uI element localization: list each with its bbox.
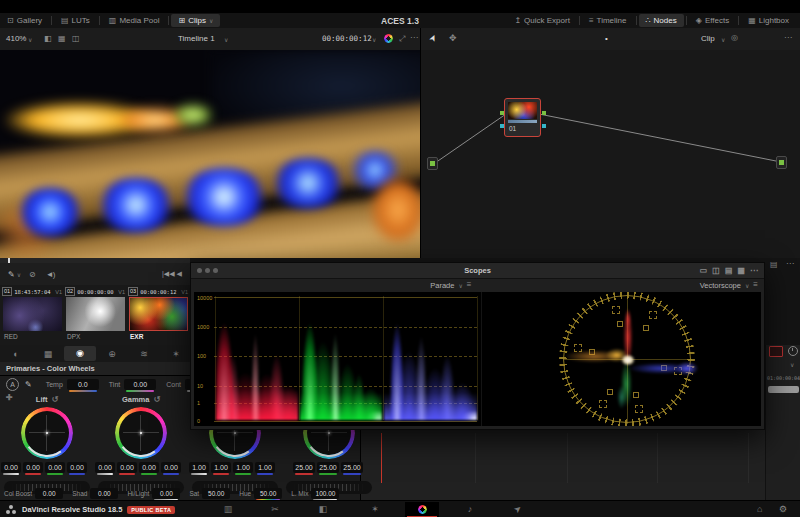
reset-icon[interactable]: ↺ — [51, 395, 58, 404]
node-graph[interactable]: 01 — [421, 50, 800, 258]
keyframes-options-icon[interactable]: ⋯ — [786, 260, 794, 268]
corrector-node-01[interactable]: 01 — [504, 98, 541, 137]
col-boost-value[interactable]: 0.00 — [35, 488, 63, 499]
timeline-panel-button[interactable]: ≡ Timeline — [582, 14, 634, 27]
viewer-timecode[interactable]: 00:00:00:12 — [322, 34, 372, 43]
split-view-icon[interactable]: ▦ — [58, 35, 66, 43]
edit-page-icon[interactable]: ◧ — [306, 502, 340, 517]
bypass-icon[interactable]: ⊘ — [29, 270, 36, 279]
project-manager-icon[interactable]: ⌂ — [757, 505, 762, 514]
gain-green-value[interactable]: 1.00 — [233, 462, 253, 473]
lift-blue-value[interactable]: 0.00 — [67, 462, 87, 473]
right-scope-settings-icon[interactable]: ≡ — [753, 281, 758, 289]
gain-blue-value[interactable]: 1.00 — [255, 462, 275, 473]
pointer-tool-icon[interactable]: ➤ — [427, 32, 439, 43]
white-balance-picker-icon[interactable]: ✎ — [25, 380, 32, 389]
rgb-mixer-icon[interactable]: ≋ — [128, 349, 160, 359]
hilight-value[interactable]: 0.00 — [152, 488, 180, 499]
lift-red-value[interactable]: 0.00 — [23, 462, 43, 473]
offset-green-value[interactable]: 25.00 — [317, 462, 339, 473]
clip-thumbnail[interactable] — [3, 297, 62, 331]
node-output-key-dot[interactable] — [542, 124, 546, 128]
media-pool-button[interactable]: ▥ Media Pool — [102, 14, 167, 27]
auto-balance-icon[interactable]: A — [6, 378, 19, 391]
layout-two-up-icon[interactable]: ◫ — [712, 267, 720, 275]
previous-clip-icon[interactable]: |◀◀ — [162, 270, 175, 278]
pan-tool-icon[interactable]: ✥ — [449, 34, 457, 43]
wipe-mode-icon[interactable]: ◧ — [44, 35, 52, 43]
viewer-zoom-select[interactable]: 410% — [6, 34, 26, 43]
clip-item-03-selected[interactable]: 03 00:00:00:12 V1 EXR — [128, 286, 189, 344]
clip-item-02[interactable]: 02 00:00:00:00 V1 DPX — [65, 286, 126, 344]
node-output-rgb-dot[interactable] — [542, 111, 546, 115]
temp-value[interactable]: 0.0 — [67, 379, 99, 390]
reset-icon[interactable]: ↺ — [153, 395, 160, 404]
project-settings-icon[interactable]: ⚙ — [779, 505, 787, 514]
bypass-power-icon[interactable] — [788, 346, 798, 356]
window-zoom-dot[interactable] — [213, 268, 218, 273]
scopes-window[interactable]: Scopes ▭ ◫ ▤ ▦ ⋯ Parade ∨ ≡ Vectorscope … — [190, 262, 765, 430]
lift-green-value[interactable]: 0.00 — [45, 462, 65, 473]
node-tree-output-port[interactable] — [776, 156, 787, 169]
lightbox-button[interactable]: ▦ Lightbox — [741, 14, 796, 27]
color-match-icon[interactable]: ▦ — [32, 349, 64, 359]
quick-export-button[interactable]: ↥ Quick Export — [507, 14, 577, 27]
node-options-icon[interactable]: ⋯ — [784, 34, 792, 42]
node-mode-select[interactable]: Clip — [701, 34, 715, 43]
scopes-options-icon[interactable]: ⋯ — [750, 267, 758, 275]
layout-three-up-icon[interactable]: ▤ — [725, 267, 733, 275]
lift-master-value[interactable]: 0.00 — [1, 462, 21, 473]
keyframe-track-icon[interactable] — [769, 346, 783, 357]
window-minimize-dot[interactable] — [205, 268, 210, 273]
fusion-page-icon[interactable]: ✶ — [358, 502, 392, 517]
color-wheels-icon[interactable]: ◉ — [64, 346, 96, 361]
audio-mute-icon[interactable]: ◄) — [46, 270, 55, 279]
gallery-button[interactable]: ⊡ Gallery — [0, 14, 49, 27]
window-close-dot[interactable] — [197, 268, 202, 273]
clips-button[interactable]: ⊞ Clips ∨ — [171, 14, 220, 27]
offset-blue-value[interactable]: 25.00 — [341, 462, 363, 473]
clip-thumbnail[interactable] — [66, 297, 125, 331]
step-back-icon[interactable]: ◀ — [177, 270, 182, 278]
scopes-titlebar[interactable]: Scopes ▭ ◫ ▤ ▦ ⋯ — [191, 263, 764, 279]
timeline-playhead[interactable] — [381, 433, 382, 483]
shad-value[interactable]: 0.00 — [90, 488, 118, 499]
cut-page-icon[interactable]: ✂ — [258, 502, 292, 517]
gamma-blue-value[interactable]: 0.00 — [161, 462, 181, 473]
grab-still-icon[interactable] — [384, 34, 393, 45]
annotate-icon[interactable]: ✎ — [8, 270, 15, 279]
layout-single-icon[interactable]: ▭ — [700, 267, 708, 275]
timeline-select[interactable]: Timeline 1 — [178, 34, 215, 43]
viewer-options-icon[interactable]: ⋯ — [410, 34, 418, 42]
clip-thumbnail[interactable] — [129, 297, 188, 331]
gamma-green-value[interactable]: 0.00 — [139, 462, 159, 473]
effects-panel-button[interactable]: ◈ Effects — [689, 14, 736, 27]
luts-button[interactable]: ▤ LUTs — [54, 14, 97, 27]
hdr-wheels-icon[interactable]: ⊕ — [96, 349, 128, 359]
gain-red-value[interactable]: 1.00 — [211, 462, 231, 473]
fairlight-page-icon[interactable]: ♪ — [453, 502, 487, 517]
keyframe-scrollbar[interactable] — [768, 386, 799, 393]
left-scope-select[interactable]: Parade — [430, 281, 454, 290]
media-page-icon[interactable]: ▥ — [211, 502, 245, 517]
hue-value[interactable]: 50.00 — [254, 488, 282, 499]
sat-value[interactable]: 50.00 — [202, 488, 230, 499]
offset-red-value[interactable]: 25.00 — [293, 462, 315, 473]
bypass-grades-icon[interactable]: ◎ — [731, 34, 738, 42]
left-scope-settings-icon[interactable]: ≡ — [467, 281, 472, 289]
nodes-panel-button[interactable]: ∴ Nodes — [639, 14, 684, 27]
clip-item-01[interactable]: 01 18:43:57:04 V1 RED — [2, 286, 63, 344]
gain-master-value[interactable]: 1.00 — [189, 462, 209, 473]
tint-value[interactable]: 0.00 — [124, 379, 156, 390]
expand-icon[interactable]: ⤢ — [399, 35, 405, 43]
node-input-rgb-dot[interactable] — [500, 111, 504, 115]
gamma-master-value[interactable]: 0.00 — [95, 462, 115, 473]
camera-raw-icon[interactable]: ◐ — [0, 349, 32, 359]
node-input-key-dot[interactable] — [500, 124, 504, 128]
right-scope-select[interactable]: Vectorscope — [700, 281, 741, 290]
color-page-icon[interactable] — [405, 502, 439, 517]
motion-effects-icon[interactable]: ✶ — [160, 349, 192, 359]
gamma-red-value[interactable]: 0.00 — [117, 462, 137, 473]
lmix-value[interactable]: 100.00 — [311, 488, 339, 499]
layout-four-up-icon[interactable]: ▦ — [737, 267, 745, 275]
